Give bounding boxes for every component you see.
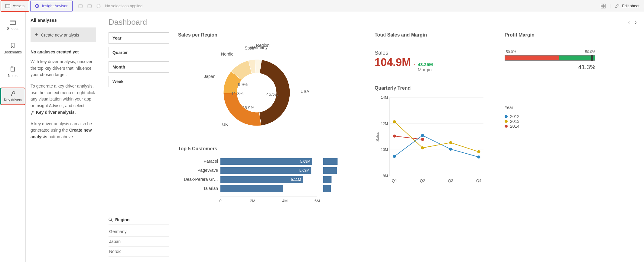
selection-clear-icon[interactable] [96, 4, 101, 8]
legend-dot [505, 125, 508, 128]
selection-forward-icon[interactable] [87, 4, 92, 8]
region-item[interactable]: Germany [109, 227, 169, 237]
region-item[interactable]: Japan [109, 237, 169, 247]
svg-point-71 [449, 148, 452, 151]
gauge-value: 41.3% [505, 64, 595, 71]
selections-toolbar: No selections applied [74, 4, 147, 8]
profit-margin-gauge[interactable] [505, 55, 595, 61]
svg-text:6M: 6M [314, 199, 320, 203]
create-analysis-button[interactable]: + Create new analysis [31, 27, 96, 42]
filter-quarter[interactable]: Quarter [109, 47, 169, 58]
svg-text:Germany: Germany [250, 45, 268, 50]
svg-point-77 [393, 135, 396, 138]
svg-point-78 [421, 138, 424, 141]
svg-text:PageWave: PageWave [197, 168, 218, 173]
legend-item[interactable]: 2012 [505, 114, 595, 119]
key-drivers-icon [31, 110, 35, 115]
svg-text:2M: 2M [250, 199, 255, 203]
search-icon [109, 218, 113, 222]
svg-point-3 [37, 5, 38, 7]
svg-rect-15 [11, 67, 15, 71]
svg-rect-10 [603, 4, 605, 6]
svg-point-70 [421, 134, 424, 137]
assets-icon [5, 4, 10, 8]
kpi-value: 104.9M [375, 56, 411, 69]
insight-label: Insight Advisor [42, 4, 68, 8]
svg-text:Q1: Q1 [392, 178, 397, 183]
region-filter: Region GermanyJapanNordic [109, 217, 169, 257]
filter-month[interactable]: Month [109, 61, 169, 73]
top-customers-chart[interactable]: Paracel5.69MPageWave5.63MDeak-Perera Gr…… [178, 155, 347, 209]
svg-text:26.9%: 26.9% [242, 105, 254, 110]
svg-rect-41 [323, 167, 337, 174]
svg-text:Talarian: Talarian [203, 186, 218, 191]
panel-text-2: To generate a key driver analysis, use t… [31, 83, 96, 116]
edit-sheet-label: Edit sheet [622, 4, 639, 8]
sales-per-region-chart[interactable]: RegionUSAUKJapanNordicSpainGermany45.5%2… [178, 41, 347, 138]
gauge-title: Profit Margin [505, 32, 595, 38]
svg-rect-4 [79, 4, 82, 8]
gauge-min: -50.0% [505, 50, 516, 54]
svg-rect-47 [220, 185, 283, 192]
kpi-label: Sales [375, 50, 496, 56]
kpi-margin-value: 43.25M [418, 62, 433, 67]
svg-rect-48 [323, 185, 331, 192]
svg-text:0: 0 [219, 199, 221, 203]
svg-point-76 [477, 150, 480, 153]
left-rail: Sheets Bookmarks Notes Key drivers [0, 12, 26, 262]
svg-rect-0 [6, 4, 10, 8]
svg-text:5.69M: 5.69M [300, 159, 310, 164]
no-selections-label: No selections applied [105, 4, 143, 8]
layout-icon-button[interactable] [597, 4, 610, 8]
sheets-icon [10, 20, 16, 25]
edit-sheet-button[interactable]: Edit sheet [610, 4, 644, 8]
svg-point-20 [32, 111, 34, 113]
svg-text:Nordic: Nordic [221, 52, 233, 56]
rail-key-drivers[interactable]: Key drivers [0, 88, 25, 105]
analyses-panel: All analyses + Create new analysis No an… [26, 12, 101, 262]
assets-button[interactable]: Assets [1, 0, 29, 12]
svg-point-74 [421, 146, 424, 149]
rail-notes[interactable]: Notes [0, 64, 25, 80]
svg-rect-39 [220, 167, 311, 174]
svg-text:9.9%: 9.9% [238, 82, 248, 87]
svg-point-69 [393, 155, 396, 158]
svg-text:USA: USA [301, 89, 309, 94]
kpi-title: Total Sales and Margin [375, 32, 496, 38]
svg-text:Deak-Perera Gr…: Deak-Perera Gr… [184, 177, 218, 182]
panel-text-3: A key driver analysis can also be genera… [31, 121, 96, 140]
insight-icon [35, 4, 40, 8]
legend-item[interactable]: 2013 [505, 119, 595, 124]
trend-legend: Year 201220132014 [505, 105, 595, 129]
key-drivers-icon [10, 91, 16, 96]
rail-bookmarks[interactable]: Bookmarks [0, 40, 25, 57]
svg-rect-45 [323, 176, 332, 183]
svg-text:Q2: Q2 [420, 178, 425, 183]
filter-year[interactable]: Year [109, 32, 169, 44]
bookmark-icon [11, 43, 15, 48]
svg-text:Sales: Sales [375, 132, 380, 142]
svg-text:8M: 8M [383, 174, 388, 178]
svg-text:4M: 4M [282, 199, 288, 203]
insight-advisor-button[interactable]: Insight Advisor [30, 1, 73, 11]
region-filter-header[interactable]: Region [109, 217, 169, 225]
legend-item[interactable]: 2014 [505, 124, 595, 129]
chart-title-donut: Sales per Region [178, 32, 366, 38]
svg-text:45.5%: 45.5% [266, 92, 278, 97]
svg-text:11.3%: 11.3% [231, 91, 243, 96]
next-sheet-button[interactable]: › [635, 19, 637, 26]
region-item[interactable]: Nordic [109, 247, 169, 257]
filter-week[interactable]: Week [109, 76, 169, 87]
svg-rect-13 [10, 21, 15, 24]
selection-back-icon[interactable] [78, 4, 83, 8]
quarterly-trend-chart[interactable]: 8M10M12M14MQ1Q2Q3Q4Sales [375, 94, 490, 185]
legend-dot [505, 115, 508, 118]
notes-icon [10, 66, 15, 72]
legend-dot [505, 120, 508, 123]
plus-icon: + [35, 32, 38, 38]
gauge-max: 50.0% [585, 50, 595, 54]
prev-sheet-button[interactable]: ‹ [628, 19, 630, 26]
assets-label: Assets [13, 4, 24, 8]
rail-sheets[interactable]: Sheets [0, 18, 25, 33]
svg-point-21 [109, 218, 112, 221]
